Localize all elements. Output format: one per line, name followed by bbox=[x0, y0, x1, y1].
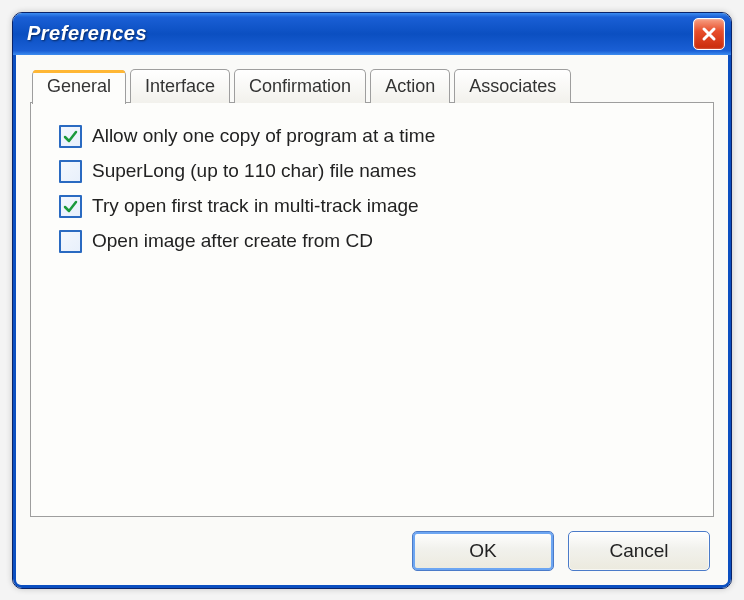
preferences-dialog: Preferences General Interface Confirmat bbox=[12, 12, 732, 589]
tab-label: Interface bbox=[145, 76, 215, 96]
button-label: OK bbox=[469, 540, 496, 562]
option-label: SuperLong (up to 110 char) file names bbox=[92, 160, 416, 182]
checkbox-allow-one-copy[interactable] bbox=[59, 125, 82, 148]
tabpanel-general: Allow only one copy of program at a time… bbox=[30, 102, 714, 517]
tabstrip: General Interface Confirmation Action As… bbox=[36, 69, 714, 103]
option-label: Try open first track in multi-track imag… bbox=[92, 195, 419, 217]
checkbox-open-after-create[interactable] bbox=[59, 230, 82, 253]
close-button[interactable] bbox=[693, 18, 725, 50]
cancel-button[interactable]: Cancel bbox=[568, 531, 710, 571]
tab-label: General bbox=[47, 76, 111, 96]
option-row: Open image after create from CD bbox=[59, 230, 685, 253]
option-label: Allow only one copy of program at a time bbox=[92, 125, 435, 147]
tab-interface[interactable]: Interface bbox=[130, 69, 230, 103]
dialog-buttons: OK Cancel bbox=[30, 517, 714, 571]
button-label: Cancel bbox=[609, 540, 668, 562]
option-label: Open image after create from CD bbox=[92, 230, 373, 252]
tab-general[interactable]: General bbox=[32, 70, 126, 104]
tab-label: Action bbox=[385, 76, 435, 96]
ok-button[interactable]: OK bbox=[412, 531, 554, 571]
tab-associates[interactable]: Associates bbox=[454, 69, 571, 103]
tab-label: Associates bbox=[469, 76, 556, 96]
window-title: Preferences bbox=[27, 22, 693, 45]
checkbox-superlong[interactable] bbox=[59, 160, 82, 183]
option-row: SuperLong (up to 110 char) file names bbox=[59, 160, 685, 183]
client-area: General Interface Confirmation Action As… bbox=[13, 55, 731, 588]
tab-label: Confirmation bbox=[249, 76, 351, 96]
option-row: Try open first track in multi-track imag… bbox=[59, 195, 685, 218]
tab-confirmation[interactable]: Confirmation bbox=[234, 69, 366, 103]
close-icon bbox=[701, 26, 717, 42]
tab-action[interactable]: Action bbox=[370, 69, 450, 103]
checkbox-try-open-first[interactable] bbox=[59, 195, 82, 218]
titlebar[interactable]: Preferences bbox=[13, 13, 731, 55]
option-row: Allow only one copy of program at a time bbox=[59, 125, 685, 148]
